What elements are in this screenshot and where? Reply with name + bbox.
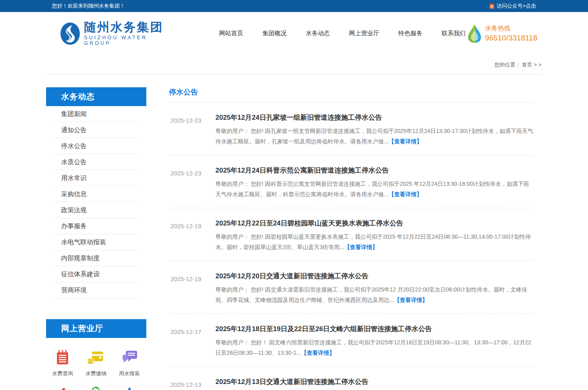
breadcrumb-row: 您的位置： 首页 > >	[0, 58, 588, 74]
sidebar-item-notices[interactable]: 通知公告	[52, 122, 140, 138]
notice-title-link[interactable]: 2025年12月24日孔家坡一组新旧管道连接施工停水公告	[216, 113, 382, 122]
notice-item: 2025-12-19 2025年12月22日至24日碧桂园翠山蓝天更换水表施工停…	[169, 208, 533, 261]
notice-excerpt-text: 尊敬的用户： 您好! 因孔家坡一组支管网新旧管道连接施工，我公司拟于2025年1…	[216, 128, 533, 145]
breadcrumb-home-link[interactable]: 首页	[522, 62, 532, 68]
bill-icon	[55, 349, 71, 365]
hall-item-water-installation[interactable]: 用水报装	[113, 349, 146, 377]
main-nav: 网站首页 集团概况 水务动态 网上营业厅 特色服务 联系我们	[218, 27, 467, 40]
notice-item: 2025-12-23 2025年12月24日孔家坡一组新旧管道连接施工停水公告 …	[169, 103, 533, 155]
notice-title-link[interactable]: 2025年12月22日至24日碧桂园翠山蓝天更换水表施工停水公告	[216, 219, 404, 228]
partial-red-icon[interactable]	[58, 386, 67, 390]
sidebar-item-water-knowledge[interactable]: 用水常识	[52, 170, 140, 186]
nav-item-home[interactable]: 网站首页	[218, 27, 245, 40]
sidebar-item-procurement[interactable]: 采购信息	[52, 186, 140, 202]
hotline-label: 水务热线	[485, 24, 537, 33]
nav-item-featured-services[interactable]: 特色服务	[397, 27, 424, 40]
sidebar-item-services[interactable]: 办事服务	[52, 218, 140, 234]
notice-title-link[interactable]: 2025年12月18日至19日及22日至26日文峰六组新旧管连接施工停水公告	[216, 324, 432, 334]
sidebar-item-policies[interactable]: 政策法规	[52, 202, 140, 218]
sidebar-item-business-environment[interactable]: 营商环境	[52, 282, 140, 298]
hotline-number: 96510/3318118	[485, 34, 537, 42]
notice-item: 2025-12-13 2025年12月13日交通大道新旧管连接施工停水公告 尊敬…	[169, 367, 533, 390]
hall-icon-grid: 水费查询 水费缴纳	[46, 349, 146, 377]
notepad-icon	[489, 3, 495, 9]
sidebar-item-water-quality[interactable]: 水质公告	[52, 154, 140, 170]
hall-item-label: 用水报装	[119, 370, 140, 377]
view-details-link[interactable]: 【查看详情】	[388, 138, 422, 145]
site-header: 随州水务集团 SUIZHOU WATER GROUP 网站首页 集团概况 水务动…	[0, 12, 588, 58]
notice-title-link[interactable]: 2025年12月20日交通大道新旧管连接施工停水公告	[216, 271, 369, 281]
top-bar: 您好！欢迎来到随州水务集团！ 访问公众号>点击	[0, 0, 588, 12]
nav-item-group-overview[interactable]: 集团概况	[261, 27, 288, 40]
sidebar-news-header: 水务动态	[46, 87, 146, 106]
notice-excerpt-text: 尊敬的用户： 您好! 因交通大道需新旧管连接施工，我公司拟于2025年12 月2…	[216, 286, 527, 303]
sidebar-item-joint-installation[interactable]: 水电气联动报装	[52, 234, 140, 250]
hotline: 水务热线 96510/3318118	[467, 24, 542, 44]
sidebar-menu: 集团新闻 通知公告 停水公告 水质公告 用水常识 采购信息 政策法规 办事服务 …	[46, 106, 146, 298]
logo-name-en: SUIZHOU WATER GROUP	[84, 35, 170, 46]
hotline-text: 水务热线 96510/3318118	[485, 24, 537, 42]
notice-excerpt-text: 尊敬的用户： 您好！ 因文峰六组需新旧管连接施工，我公司拟于2025年12月18…	[216, 339, 531, 356]
notice-date: 2025-12-23	[171, 166, 216, 199]
public-account-label: 访问公众号>点击	[497, 2, 536, 10]
notice-date: 2025-12-19	[171, 219, 216, 252]
notice-title-link[interactable]: 2025年12月13日交通大道新旧管连接施工停水公告	[216, 377, 369, 386]
view-details-link[interactable]: 【查看详情】	[388, 191, 422, 197]
hall-item-bill-query[interactable]: 水费查询	[46, 349, 79, 377]
sidebar-item-credit-system[interactable]: 征信体系建设	[52, 266, 140, 282]
sidebar-item-group-news[interactable]: 集团新闻	[52, 106, 140, 122]
partial-green-icon[interactable]	[91, 386, 100, 390]
sidebar-item-internal-rules[interactable]: 内部规章制度	[52, 250, 140, 266]
view-details-link[interactable]: 【查看详情】	[394, 297, 428, 303]
suizhou-water-logo-icon	[60, 21, 80, 46]
notice-item: 2025-12-17 2025年12月18日至19日及22日至26日文峰六组新旧…	[169, 314, 533, 367]
notice-item: 2025-12-23 2025年12月24日科普示范公寓新旧管道连接施工停水公告…	[169, 155, 533, 208]
notice-date: 2025-12-17	[171, 324, 216, 358]
sidebar-item-water-outage[interactable]: 停水公告	[52, 138, 140, 154]
wallet-icon	[87, 349, 105, 365]
notice-excerpt: 尊敬的用户： 您好！ 因文峰六组需新旧管连接施工，我公司拟于2025年12月18…	[216, 337, 533, 358]
notice-excerpt: 尊敬的用户： 您好! 因科普示范公寓支管网新旧管道连接施工，我公司拟于2025 …	[216, 179, 533, 199]
hall-item-label: 水费查询	[52, 370, 73, 377]
nav-item-water-news[interactable]: 水务动态	[304, 27, 331, 40]
page-title: 停水公告	[169, 88, 198, 96]
page-title-row: 停水公告	[169, 87, 533, 103]
sidebar-hall-header: 网上营业厅	[46, 319, 146, 338]
logo-name-cn: 随州水务集团	[84, 21, 170, 34]
partial-blue-icon[interactable]	[125, 386, 134, 390]
logo-text: 随州水务集团 SUIZHOU WATER GROUP	[84, 21, 170, 46]
notice-title-link[interactable]: 2025年12月24日科普示范公寓新旧管道连接施工停水公告	[216, 166, 389, 175]
logo-link[interactable]: 随州水务集团 SUIZHOU WATER GROUP	[60, 21, 170, 46]
notice-date: 2025-12-23	[171, 113, 216, 147]
notice-excerpt-text: 尊敬的用户： 您好! 因科普示范公寓支管网新旧管道连接施工，我公司拟于2025 …	[216, 181, 529, 197]
breadcrumb-trail: > >	[534, 62, 542, 68]
notice-excerpt: 尊敬的用户： 您好! 因交通大道需新旧管连接施工，我公司拟于2025年12 月2…	[216, 284, 533, 305]
hall-icon-grid-row2	[46, 386, 146, 390]
nav-item-contact-us[interactable]: 联系我们	[440, 27, 467, 40]
welcome-text: 您好！欢迎来到随州水务集团！	[52, 2, 125, 10]
sidebar: 水务动态 集团新闻 通知公告 停水公告 水质公告 用水常识 采购信息 政策法规 …	[46, 87, 146, 390]
notice-item: 2025-12-19 2025年12月20日交通大道新旧管连接施工停水公告 尊敬…	[169, 261, 533, 314]
breadcrumb-prefix: 您的位置：	[494, 62, 520, 68]
view-details-link[interactable]: 【查看详情】	[344, 244, 378, 250]
notice-excerpt: 尊敬的用户： 您好! 因孔家坡一组支管网新旧管道连接施工，我公司拟于2025年1…	[216, 126, 533, 147]
breadcrumb: 您的位置： 首页 > >	[46, 58, 542, 74]
main-content: 停水公告 2025-12-23 2025年12月24日孔家坡一组新旧管道连接施工…	[162, 87, 542, 390]
notice-excerpt: 尊敬的用户： 您好! 因碧桂园翠山蓝天需更换水表施工，我公司拟于2025 年12…	[216, 231, 533, 252]
notice-date: 2025-12-19	[171, 271, 216, 305]
public-account-link[interactable]: 访问公众号>点击	[489, 2, 536, 10]
view-details-link[interactable]: 【查看详情】	[301, 350, 335, 356]
chat-bubbles-icon	[121, 349, 138, 365]
nav-item-online-hall[interactable]: 网上营业厅	[348, 27, 381, 40]
hall-item-bill-pay[interactable]: 水费缴纳	[79, 349, 113, 377]
notice-date: 2025-12-13	[171, 377, 216, 390]
water-drop-icon	[467, 24, 482, 44]
hall-item-label: 水费缴纳	[85, 370, 106, 377]
